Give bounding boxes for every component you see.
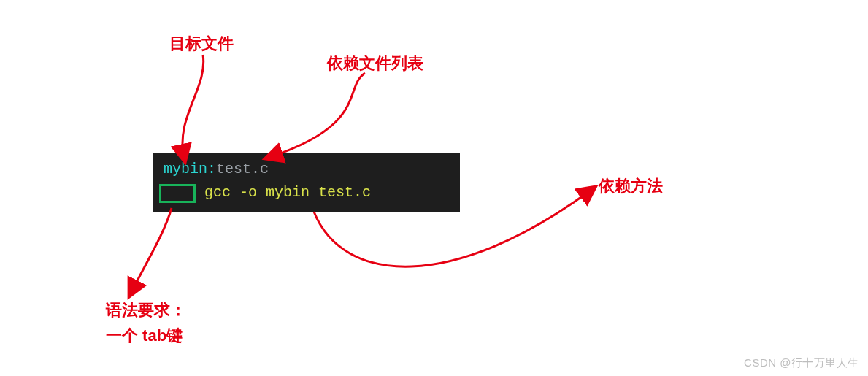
- label-tab-req-2: 一个 tab键: [106, 325, 183, 347]
- arrow-target-file: [183, 55, 204, 157]
- token-colon: :: [207, 161, 216, 177]
- label-tab-req-1: 语法要求：: [106, 299, 186, 321]
- code-block: mybin:test.c gcc -o mybin test.c: [153, 153, 460, 212]
- label-dep-list: 依赖文件列表: [327, 53, 423, 74]
- arrow-tab-req: [131, 208, 172, 292]
- code-line-1: mybin:test.c: [164, 159, 269, 180]
- tab-indicator-box: [159, 184, 196, 203]
- label-target-file: 目标文件: [169, 33, 234, 55]
- watermark: CSDN @行十万里人生: [744, 356, 859, 370]
- label-dep-method: 依赖方法: [599, 175, 663, 197]
- token-target: mybin: [164, 161, 207, 177]
- token-command: gcc -o mybin test.c: [204, 184, 371, 201]
- token-dependency: test.c: [216, 161, 269, 177]
- arrow-dep-list: [270, 73, 365, 157]
